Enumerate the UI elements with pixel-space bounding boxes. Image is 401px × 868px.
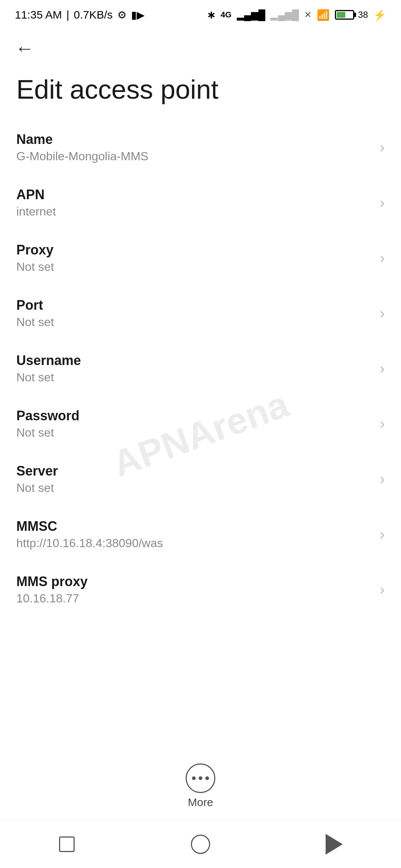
settings-item-username-label: Username xyxy=(16,353,372,368)
time: 11:35 AM xyxy=(15,9,62,21)
settings-item-apn-label: APN xyxy=(16,187,372,203)
battery: 38 xyxy=(335,10,368,20)
settings-item-name-content: Name G-Mobile-Mongolia-MMS xyxy=(16,132,372,163)
settings-item-apn-value: internet xyxy=(16,205,372,218)
nav-recents-button[interactable] xyxy=(52,829,82,859)
wifi-icon: 📶 xyxy=(317,9,330,21)
bottom-nav xyxy=(0,820,401,868)
recents-icon xyxy=(59,836,75,852)
settings-item-proxy-content: Proxy Not set xyxy=(16,242,372,274)
more-button-area[interactable]: More xyxy=(186,753,215,816)
settings-item-mms-proxy[interactable]: MMS proxy 10.16.18.77 › xyxy=(0,562,401,617)
settings-item-apn-content: APN internet xyxy=(16,187,372,218)
status-bar: 11:35 AM | 0.7KB/s ⚙ ▮▶ ∗ 4G ▂▄▆█ ▂▄▆█ ✕… xyxy=(0,0,401,30)
chevron-icon-apn: › xyxy=(380,194,385,211)
status-left: 11:35 AM | 0.7KB/s ⚙ ▮▶ xyxy=(15,9,145,21)
dot-1 xyxy=(192,776,196,780)
settings-item-port-label: Port xyxy=(16,297,372,313)
settings-item-port-value: Not set xyxy=(16,315,372,329)
dot-2 xyxy=(199,776,202,780)
settings-item-mms-proxy-value: 10.16.18.77 xyxy=(16,592,372,605)
signal2-icon: ▂▄▆█ xyxy=(270,9,299,21)
chevron-icon-server: › xyxy=(380,471,385,487)
settings-item-name-label: Name xyxy=(16,132,372,147)
signal-icon: ▂▄▆█ xyxy=(237,9,265,21)
battery-box xyxy=(335,10,354,20)
back-icon xyxy=(326,834,343,855)
settings-item-port[interactable]: Port Not set › xyxy=(0,286,401,341)
chevron-icon-mms-proxy: › xyxy=(380,581,385,598)
signal-x-icon: ✕ xyxy=(304,10,312,20)
back-button[interactable]: ← xyxy=(15,39,34,58)
speed: | xyxy=(66,9,69,21)
battery-fill xyxy=(337,12,345,18)
settings-item-port-content: Port Not set xyxy=(16,297,372,329)
settings-item-username-value: Not set xyxy=(16,371,372,384)
settings-item-mmsc-value: http://10.16.18.4:38090/was xyxy=(16,536,372,550)
settings-item-mms-proxy-content: MMS proxy 10.16.18.77 xyxy=(16,574,372,605)
settings-item-mmsc-label: MMSC xyxy=(16,519,372,534)
settings-item-username-content: Username Not set xyxy=(16,353,372,384)
more-dots-icon xyxy=(192,776,209,780)
settings-item-password-value: Not set xyxy=(16,426,372,440)
settings-item-name-value: G-Mobile-Mongolia-MMS xyxy=(16,149,372,163)
settings-item-mms-proxy-label: MMS proxy xyxy=(16,574,372,589)
settings-item-proxy-value: Not set xyxy=(16,260,372,274)
data-speed: 0.7KB/s xyxy=(74,9,113,21)
chevron-icon-password: › xyxy=(380,415,385,432)
settings-item-server-value: Not set xyxy=(16,481,372,495)
settings-item-server-label: Server xyxy=(16,463,372,479)
chevron-icon-name: › xyxy=(380,139,385,156)
settings-item-username[interactable]: Username Not set › xyxy=(0,341,401,396)
settings-item-password[interactable]: Password Not set › xyxy=(0,396,401,451)
chevron-icon-proxy: › xyxy=(380,250,385,266)
nav-home-button[interactable] xyxy=(186,829,215,859)
settings-item-mmsc-content: MMSC http://10.16.18.4:38090/was xyxy=(16,519,372,550)
more-label: More xyxy=(188,796,213,809)
network-4g-icon: 4G xyxy=(221,10,231,20)
battery-level: 38 xyxy=(358,10,368,20)
back-bar[interactable]: ← xyxy=(0,30,401,67)
settings-item-apn[interactable]: APN internet › xyxy=(0,175,401,230)
settings-item-proxy[interactable]: Proxy Not set › xyxy=(0,230,401,286)
settings-item-mmsc[interactable]: MMSC http://10.16.18.4:38090/was › xyxy=(0,507,401,562)
dot-3 xyxy=(205,776,209,780)
settings-item-password-label: Password xyxy=(16,408,372,424)
settings-item-proxy-label: Proxy xyxy=(16,242,372,258)
video-icon: ▮▶ xyxy=(131,9,145,21)
settings-item-server[interactable]: Server Not set › xyxy=(0,451,401,507)
nav-back-button[interactable] xyxy=(319,829,349,859)
chevron-icon-port: › xyxy=(380,305,385,322)
charging-icon: ⚡ xyxy=(373,9,386,21)
chevron-icon-username: › xyxy=(380,360,385,377)
settings-item-password-content: Password Not set xyxy=(16,408,372,440)
settings-item-server-content: Server Not set xyxy=(16,463,372,495)
settings-item-name[interactable]: Name G-Mobile-Mongolia-MMS › xyxy=(0,120,401,175)
settings-icon: ⚙ xyxy=(117,9,127,21)
home-icon xyxy=(191,835,210,854)
status-right: ∗ 4G ▂▄▆█ ▂▄▆█ ✕ 📶 38 ⚡ xyxy=(207,9,386,21)
more-circle-icon[interactable] xyxy=(186,763,215,793)
bluetooth-icon: ∗ xyxy=(207,9,215,21)
chevron-icon-mmsc: › xyxy=(380,526,385,543)
page-title: Edit access point xyxy=(0,67,401,120)
settings-list: Name G-Mobile-Mongolia-MMS › APN interne… xyxy=(0,120,401,617)
